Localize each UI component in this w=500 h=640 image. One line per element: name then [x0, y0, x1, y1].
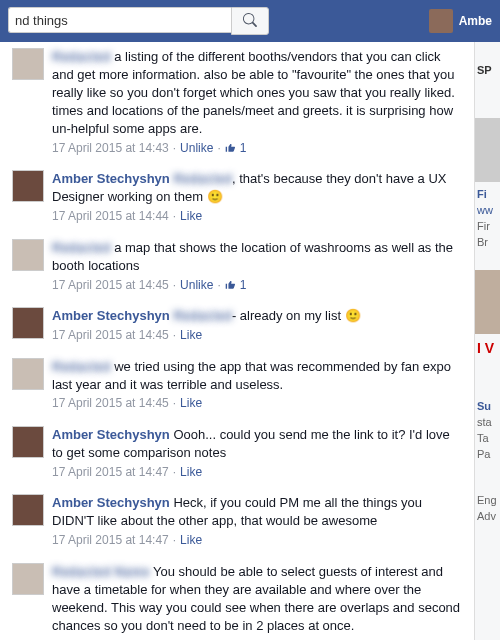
user-name: Ambe	[459, 14, 492, 28]
avatar[interactable]	[12, 170, 44, 202]
comment-meta: 17 April 2015 at 14:43 · Unlike · 1	[52, 140, 462, 163]
sidebar-snippet[interactable]: I V	[475, 338, 500, 358]
avatar[interactable]	[12, 563, 44, 595]
avatar[interactable]	[12, 426, 44, 458]
comment-meta: 17 April 2015 at 14:45 · Unlike · 1	[52, 277, 462, 300]
timestamp[interactable]: 17 April 2015 at 14:45	[52, 277, 169, 294]
comment: Redacted a listing of the different boot…	[0, 42, 474, 164]
smile-icon: 🙂	[203, 189, 223, 204]
comment: Redacted we tried using the app that was…	[0, 352, 474, 420]
sidebar-snippet: Ta	[475, 430, 500, 446]
comment-text: a map that shows the location of washroo…	[52, 240, 453, 273]
like-count[interactable]: 1	[240, 140, 247, 157]
unlike-link[interactable]: Unlike	[180, 637, 213, 640]
search-input[interactable]	[8, 7, 231, 33]
unlike-link[interactable]: Unlike	[180, 140, 213, 157]
avatar[interactable]	[12, 239, 44, 271]
comment-meta: 17 April 2015 at 15:21 · Unlike · 1	[52, 637, 462, 640]
comment-author[interactable]: Redacted Name	[52, 563, 150, 581]
user-chip[interactable]: Ambe	[429, 9, 492, 33]
sidebar-snippet: SP	[475, 62, 500, 78]
comment-meta: 17 April 2015 at 14:47 · Like	[52, 464, 462, 487]
timestamp[interactable]: 17 April 2015 at 14:45	[52, 327, 169, 344]
avatar[interactable]	[12, 48, 44, 80]
comment: Redacted Name You should be able to sele…	[0, 557, 474, 640]
top-nav: Ambe	[0, 0, 500, 42]
search-box	[8, 7, 269, 35]
smile-icon: 🙂	[341, 308, 361, 323]
sidebar-snippet: Fir	[475, 218, 500, 234]
timestamp[interactable]: 17 April 2015 at 14:44	[52, 208, 169, 225]
comment: Redacted a map that shows the location o…	[0, 233, 474, 301]
avatar[interactable]	[12, 358, 44, 390]
sidebar-snippet: Pa	[475, 446, 500, 462]
like-link[interactable]: Like	[180, 464, 202, 481]
comment-author[interactable]: Amber Stechyshyn	[52, 308, 170, 323]
avatar[interactable]	[12, 307, 44, 339]
comment-author[interactable]: Redacted	[52, 48, 111, 66]
timestamp[interactable]: 17 April 2015 at 14:43	[52, 140, 169, 157]
thumbs-up-icon[interactable]	[225, 277, 236, 294]
comment: Amber Stechyshyn Heck, if you could PM m…	[0, 488, 474, 556]
like-link[interactable]: Like	[180, 532, 202, 549]
sidebar-snippet[interactable]: Adv	[475, 508, 500, 524]
comment-meta: 17 April 2015 at 14:47 · Like	[52, 532, 462, 555]
sidebar-snippet[interactable]: Su	[475, 398, 500, 414]
comment-meta: 17 April 2015 at 14:45 · Like	[52, 395, 462, 418]
timestamp[interactable]: 17 April 2015 at 14:47	[52, 464, 169, 481]
like-link[interactable]: Like	[180, 395, 202, 412]
sidebar-snippet: sta	[475, 414, 500, 430]
comment-author[interactable]: Redacted	[52, 358, 111, 376]
comment-meta: 17 April 2015 at 14:44 · Like	[52, 208, 462, 231]
sidebar-snippet[interactable]: ww	[475, 202, 500, 218]
search-button[interactable]	[231, 7, 269, 35]
comment: Amber Stechyshyn Redacted- already on my…	[0, 301, 474, 351]
like-count[interactable]: 1	[240, 637, 247, 640]
comment-text: a listing of the different booths/vendor…	[52, 49, 455, 136]
comment-text: - already on my list	[232, 308, 341, 323]
like-link[interactable]: Like	[180, 208, 202, 225]
sidebar-image	[475, 118, 500, 182]
comment-author[interactable]: Amber Stechyshyn	[52, 495, 170, 510]
timestamp[interactable]: 17 April 2015 at 15:21	[52, 637, 169, 640]
right-column: SP Fi ww Fir Br I V Su sta Ta Pa Eng Adv	[474, 42, 500, 640]
timestamp[interactable]: 17 April 2015 at 14:47	[52, 532, 169, 549]
thumbs-up-icon[interactable]	[225, 637, 236, 640]
comment: Amber Stechyshyn Oooh... could you send …	[0, 420, 474, 488]
comment-text: we tried using the app that was recommen…	[52, 359, 451, 392]
avatar[interactable]	[12, 494, 44, 526]
sidebar-snippet: Br	[475, 234, 500, 250]
comment-author[interactable]: Amber Stechyshyn	[52, 171, 170, 186]
mention[interactable]: Redacted	[173, 307, 232, 325]
comment: Amber Stechyshyn Redacted, that's becaus…	[0, 164, 474, 232]
avatar	[429, 9, 453, 33]
comment-author[interactable]: Redacted	[52, 239, 111, 257]
sidebar-snippet[interactable]: Eng	[475, 492, 500, 508]
unlike-link[interactable]: Unlike	[180, 277, 213, 294]
comment-list: Redacted a listing of the different boot…	[0, 42, 475, 640]
like-count[interactable]: 1	[240, 277, 247, 294]
sidebar-snippet[interactable]: Fi	[475, 186, 500, 202]
sidebar-image	[475, 270, 500, 334]
search-icon	[243, 13, 257, 30]
thumbs-up-icon[interactable]	[225, 140, 236, 157]
comment-author[interactable]: Amber Stechyshyn	[52, 427, 170, 442]
timestamp[interactable]: 17 April 2015 at 14:45	[52, 395, 169, 412]
comment-meta: 17 April 2015 at 14:45 · Like	[52, 327, 462, 350]
mention[interactable]: Redacted	[173, 170, 232, 188]
like-link[interactable]: Like	[180, 327, 202, 344]
